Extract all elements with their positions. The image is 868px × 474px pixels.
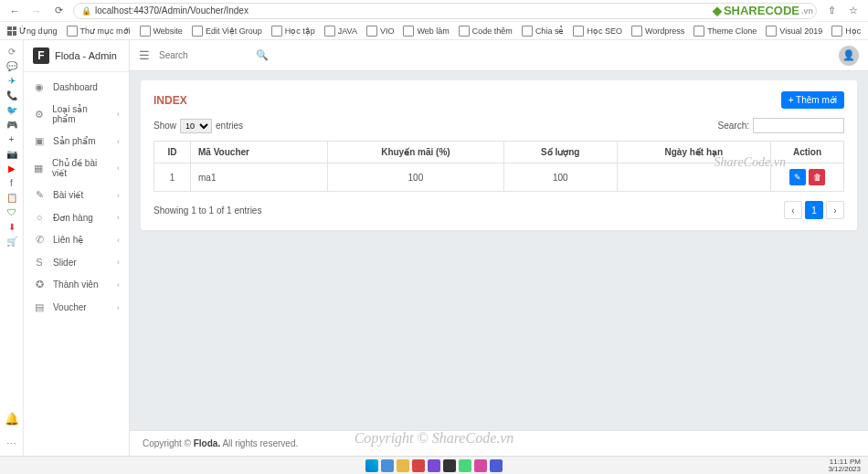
admin-sidebar: F Floda - Admin ◉Dashboard⚙Loại sản phẩm… xyxy=(24,40,130,456)
avatar[interactable]: 👤 xyxy=(839,46,859,66)
bookmark-item[interactable]: Học SEO xyxy=(573,26,622,37)
column-header[interactable]: Số lượng xyxy=(503,142,617,163)
sidebar-item[interactable]: SSlider‹ xyxy=(24,251,129,273)
os-app-icon[interactable]: ⬇ xyxy=(5,219,19,234)
table-row: 1ma1100100✎🗑 xyxy=(154,163,844,192)
page-next-button[interactable]: › xyxy=(826,201,844,219)
os-app-icon[interactable]: f xyxy=(5,175,19,190)
chevron-left-icon: ‹ xyxy=(117,163,120,173)
nav-label: Sản phẩm xyxy=(53,136,95,146)
apps-button[interactable]: Ứng dụng xyxy=(7,26,58,36)
search-table-input[interactable] xyxy=(753,118,844,133)
column-header[interactable]: Mã Voucher xyxy=(191,142,328,163)
os-app-icon[interactable]: 🐦 xyxy=(5,102,19,117)
menu-toggle-button[interactable]: ☰ xyxy=(139,48,150,62)
taskbar-app[interactable] xyxy=(490,459,503,472)
brand[interactable]: F Floda - Admin xyxy=(24,40,129,72)
folder-icon xyxy=(522,26,533,37)
sidebar-item[interactable]: ▦Chủ đề bài viết‹ xyxy=(24,153,129,184)
chevron-left-icon: ‹ xyxy=(117,303,120,312)
search-icon[interactable]: 🔍 xyxy=(256,49,269,61)
bookmark-item[interactable]: Code thêm xyxy=(459,26,513,37)
taskbar-app[interactable] xyxy=(397,459,409,472)
add-button[interactable]: + Thêm mới xyxy=(781,91,844,109)
delete-button[interactable]: 🗑 xyxy=(809,169,825,185)
search-input[interactable] xyxy=(159,50,250,60)
cell-ma: ma1 xyxy=(191,163,328,192)
column-header[interactable]: ID xyxy=(154,142,191,163)
notification-icon[interactable]: 🔔 xyxy=(5,412,19,426)
entries-select: Show 10 entries xyxy=(153,119,243,133)
column-header[interactable]: Khuyến mãi (%) xyxy=(328,142,504,163)
taskbar-clock[interactable]: 11:11 PM 3/12/2023 xyxy=(828,458,861,473)
sidebar-item[interactable]: ○Đơn hàng‹ xyxy=(24,206,129,228)
back-button[interactable]: ← xyxy=(7,4,22,18)
table-info: Showing 1 to 1 of 1 entries xyxy=(153,205,261,216)
bookmark-item[interactable]: Visual 2019 xyxy=(766,26,822,37)
edit-button[interactable]: ✎ xyxy=(789,169,806,185)
os-sidebar: ⟳💬✈📞🐦🎮+📷▶f📋🛡⬇🛒 🔔 ⋯ xyxy=(0,40,24,456)
os-app-icon[interactable]: + xyxy=(5,132,19,146)
brand-text: Floda - Admin xyxy=(55,50,117,61)
page-1-button[interactable]: 1 xyxy=(805,201,823,219)
bookmark-item[interactable]: Website xyxy=(140,26,183,37)
sidebar-item[interactable]: ✎Bài viết‹ xyxy=(24,184,129,206)
star-button[interactable]: ☆ xyxy=(846,4,861,18)
column-header[interactable]: Action xyxy=(771,142,844,163)
bookmark-item[interactable]: Web làm xyxy=(403,26,449,37)
bookmark-item[interactable]: Học HTML xyxy=(831,26,861,37)
sidebar-item[interactable]: ✪Thành viên‹ xyxy=(24,273,129,296)
sidebar-item[interactable]: ◉Dashboard xyxy=(24,76,129,99)
taskbar-start[interactable] xyxy=(365,459,378,472)
folder-icon xyxy=(831,26,842,37)
taskbar-app[interactable] xyxy=(474,459,487,472)
share-browser-action[interactable]: ⇧ xyxy=(824,4,839,18)
sidebar-item[interactable]: ▣Sản phẩm‹ xyxy=(24,130,129,153)
nav-icon: ▤ xyxy=(33,301,46,313)
os-app-icon[interactable]: 📋 xyxy=(5,190,19,205)
sidebar-item[interactable]: ⚙Loại sản phẩm‹ xyxy=(24,99,129,130)
taskbar-app[interactable] xyxy=(428,459,440,472)
chevron-left-icon: ‹ xyxy=(117,236,120,245)
more-icon[interactable]: ⋯ xyxy=(6,438,17,450)
bookmark-item[interactable]: Edit Việt Group xyxy=(192,26,262,37)
folder-icon xyxy=(693,26,704,37)
bookmark-item[interactable]: Wordpress xyxy=(631,26,684,37)
taskbar-app[interactable] xyxy=(459,459,471,472)
folder-icon xyxy=(403,26,414,37)
sidebar-item[interactable]: ▤Voucher‹ xyxy=(24,296,129,319)
taskbar-app[interactable] xyxy=(443,459,456,472)
os-app-icon[interactable]: 🎮 xyxy=(5,117,19,132)
os-app-icon[interactable]: 💬 xyxy=(5,58,19,73)
os-app-icon[interactable]: 📞 xyxy=(5,88,19,102)
entries-dropdown[interactable]: 10 xyxy=(180,119,212,133)
os-app-icon[interactable]: 📷 xyxy=(5,146,19,161)
os-app-icon[interactable]: ✈ xyxy=(5,73,19,88)
bookmarks-bar: Ứng dụng Thư mục mớiWebsiteEdit Việt Gro… xyxy=(0,22,868,40)
reload-button[interactable]: ⟳ xyxy=(51,4,66,18)
bookmark-item[interactable]: JAVA xyxy=(324,26,357,37)
bookmark-item[interactable]: Học tập xyxy=(271,26,315,37)
taskbar-app[interactable] xyxy=(412,459,425,472)
os-app-icon[interactable]: 🛒 xyxy=(5,234,19,248)
os-app-icon[interactable]: 🛡 xyxy=(5,205,19,219)
apps-icon xyxy=(7,26,16,36)
bookmark-item[interactable]: Theme Clone xyxy=(693,26,757,37)
taskbar: 11:11 PM 3/12/2023 xyxy=(0,456,868,474)
url-bar[interactable]: 🔒 localhost:44370/Admin/Voucher/Index xyxy=(73,3,817,19)
bookmark-item[interactable]: VIO xyxy=(366,26,395,37)
nav-icon: ✆ xyxy=(33,234,46,246)
os-app-icon[interactable]: ▶ xyxy=(5,161,19,175)
footer: Copyright © Floda. All rights reserved. xyxy=(130,430,868,456)
bookmark-item[interactable]: Chia sẻ xyxy=(522,26,565,37)
page-prev-button[interactable]: ‹ xyxy=(784,201,802,219)
forward-button[interactable]: → xyxy=(29,4,44,18)
bookmark-item[interactable]: Thư mục mới xyxy=(67,26,131,37)
data-table: IDMã VoucherKhuyến mãi (%)Số lượngNgày h… xyxy=(153,141,844,192)
os-app-icon[interactable]: ⟳ xyxy=(5,44,19,58)
cell-km: 100 xyxy=(328,163,504,192)
brand-logo: F xyxy=(33,47,49,64)
taskbar-app[interactable] xyxy=(381,459,394,472)
sidebar-item[interactable]: ✆Liên hệ‹ xyxy=(24,228,129,251)
column-header[interactable]: Ngày hết hạn xyxy=(617,142,770,163)
